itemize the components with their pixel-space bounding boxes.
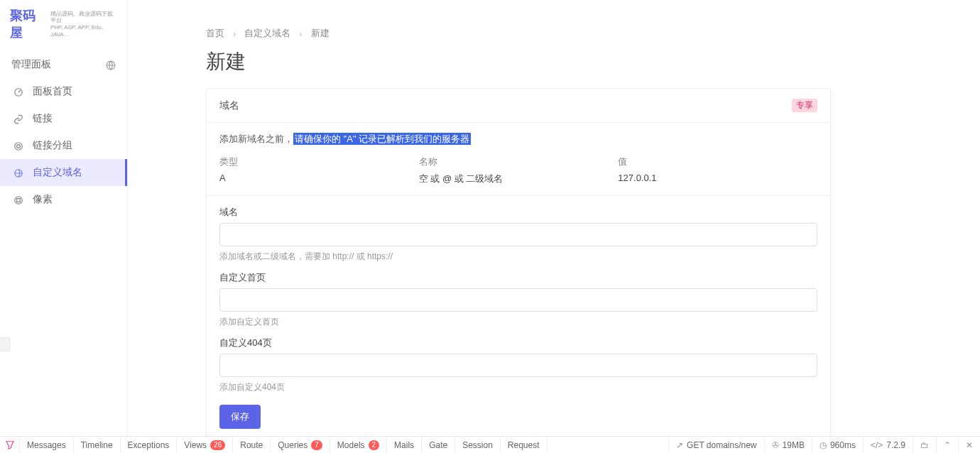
svg-point-5 xyxy=(15,197,23,204)
db-tab-mails[interactable]: Mails xyxy=(387,437,422,453)
db-tab-messages[interactable]: Messages xyxy=(20,437,74,453)
panel-title: 管理面板 xyxy=(11,58,51,71)
breadcrumb-current: 新建 xyxy=(311,27,330,40)
target-icon xyxy=(13,140,24,151)
col-header: 值 xyxy=(618,155,817,168)
sidebar-item-label: 像素 xyxy=(33,193,53,206)
db-tab-route[interactable]: Route xyxy=(233,437,271,453)
field-domain: 域名 添加域名或二级域名，需要加 http:// 或 https:// xyxy=(219,206,817,263)
col-value: A xyxy=(219,173,419,183)
custom-404-input[interactable] xyxy=(219,354,817,377)
clock-icon: ◷ xyxy=(820,440,827,450)
sidebar-item-label: 链接 xyxy=(33,112,53,125)
col-header: 名称 xyxy=(419,155,619,168)
save-button[interactable]: 保存 xyxy=(219,405,261,429)
db-tab-queries[interactable]: Queries7 xyxy=(271,437,330,453)
memory-icon: ✇ xyxy=(772,440,779,450)
field-label: 自定义首页 xyxy=(219,271,817,284)
chevron-up-icon: ⌃ xyxy=(944,440,951,450)
svg-point-2 xyxy=(15,143,23,151)
db-tab-gate[interactable]: Gate xyxy=(422,437,455,453)
badge: 7 xyxy=(311,440,322,450)
sidebar-item-links[interactable]: 链接 xyxy=(0,105,127,132)
breadcrumb-section[interactable]: 自定义域名 xyxy=(244,27,290,40)
form: 域名 添加域名或二级域名，需要加 http:// 或 https:// 自定义首… xyxy=(207,195,830,439)
field-help: 添加自定义404页 xyxy=(219,381,817,393)
grid-icon xyxy=(13,194,24,205)
main: 首页 › 自定义域名 › 新建 新建 域名 专享 添加新域名之前，请确保你的 "… xyxy=(128,0,980,453)
sidebar-item-domains[interactable]: 自定义域名 xyxy=(0,159,127,186)
notice-highlight: 请确保你的 "A" 记录已解析到我们的服务器 xyxy=(293,133,471,145)
card-title: 域名 xyxy=(219,99,239,112)
sidebar-item-link-groups[interactable]: 链接分组 xyxy=(0,132,127,159)
laravel-icon[interactable] xyxy=(0,437,20,453)
share-icon: ↗ xyxy=(676,440,683,450)
svg-point-3 xyxy=(17,145,21,148)
col-type: 类型 A xyxy=(219,155,419,185)
sidebar-item-pixels[interactable]: 像素 xyxy=(0,186,127,213)
col-name: 名称 空 或 @ 或 二级域名 xyxy=(419,155,619,185)
db-php[interactable]: </>7.2.9 xyxy=(863,437,913,453)
sidebar-nav: 面板首页 链接 链接分组 自定义域名 像素 xyxy=(0,78,127,453)
breadcrumb-home[interactable]: 首页 xyxy=(206,27,224,40)
db-tab-views[interactable]: Views26 xyxy=(177,437,233,453)
db-time[interactable]: ◷960ms xyxy=(812,437,863,453)
notice-prefix: 添加新域名之前， xyxy=(219,133,293,144)
gauge-icon xyxy=(13,86,24,97)
db-folder[interactable]: 🗀 xyxy=(913,437,936,453)
dns-info: 添加新域名之前，请确保你的 "A" 记录已解析到我们的服务器 类型 A 名称 空… xyxy=(207,122,830,195)
db-tab-session[interactable]: Session xyxy=(455,437,501,453)
field-help: 添加自定义首页 xyxy=(219,316,817,328)
db-route[interactable]: ↗GET domains/new xyxy=(668,437,764,453)
field-index: 自定义首页 添加自定义首页 xyxy=(219,271,817,328)
panel-header: 管理面板 xyxy=(0,48,127,78)
domain-input[interactable] xyxy=(219,223,817,246)
col-value: 127.0.0.1 xyxy=(618,173,817,183)
badge: 26 xyxy=(210,440,225,450)
sidebar-item-label: 自定义域名 xyxy=(33,166,82,179)
col-value: 空 或 @ 或 二级域名 xyxy=(419,173,619,185)
db-close[interactable]: ✕ xyxy=(958,437,980,453)
sidebar-item-label: 链接分组 xyxy=(33,139,72,152)
field-404: 自定义404页 添加自定义404页 xyxy=(219,337,817,393)
brand-name: 聚码屋 xyxy=(10,7,45,41)
db-tab-timeline[interactable]: Timeline xyxy=(74,437,121,453)
page-title: 新建 xyxy=(206,45,831,88)
debugbar: Messages Timeline Exceptions Views26 Rou… xyxy=(0,436,980,453)
sidebar-item-dashboard[interactable]: 面板首页 xyxy=(0,78,127,105)
col-header: 类型 xyxy=(219,155,419,168)
db-tab-exceptions[interactable]: Exceptions xyxy=(121,437,178,453)
field-label: 自定义404页 xyxy=(219,337,817,349)
notice: 添加新域名之前，请确保你的 "A" 记录已解析到我们的服务器 xyxy=(219,133,817,146)
brand[interactable]: 聚码屋 精品源码、商业源码下载平台 PHP, ASP, APP, Edu, JA… xyxy=(0,0,127,48)
dns-table: 类型 A 名称 空 或 @ 或 二级域名 值 127.0.0.1 xyxy=(219,155,817,185)
link-icon xyxy=(13,113,24,124)
card: 域名 专享 添加新域名之前，请确保你的 "A" 记录已解析到我们的服务器 类型 … xyxy=(206,88,831,440)
card-header: 域名 专享 xyxy=(207,89,830,122)
code-icon: </> xyxy=(871,440,883,450)
breadcrumb: 首页 › 自定义域名 › 新建 xyxy=(206,17,831,45)
folder-icon: 🗀 xyxy=(920,440,929,450)
field-label: 域名 xyxy=(219,206,817,219)
db-memory[interactable]: ✇19MB xyxy=(764,437,812,453)
globe-icon xyxy=(13,167,24,178)
sidebar: 聚码屋 精品源码、商业源码下载平台 PHP, ASP, APP, Edu, JA… xyxy=(0,0,128,453)
globe-icon[interactable] xyxy=(106,59,116,70)
pro-badge: 专享 xyxy=(792,99,817,112)
brand-tagline: 精品源码、商业源码下载平台 PHP, ASP, APP, Edu, JAVA… xyxy=(50,11,117,38)
sidebar-item-label: 面板首页 xyxy=(33,85,72,98)
badge: 2 xyxy=(369,440,380,450)
chevron-right-icon: › xyxy=(299,28,302,39)
db-tab-request[interactable]: Request xyxy=(501,437,548,453)
col-value-col: 值 127.0.0.1 xyxy=(618,155,817,185)
sidebar-collapse-handle[interactable] xyxy=(0,337,10,351)
chevron-right-icon: › xyxy=(233,28,236,39)
field-help: 添加域名或二级域名，需要加 http:// 或 https:// xyxy=(219,251,817,263)
custom-index-input[interactable] xyxy=(219,288,817,312)
db-up[interactable]: ⌃ xyxy=(936,437,958,453)
db-tab-models[interactable]: Models2 xyxy=(330,437,387,453)
close-icon: ✕ xyxy=(966,440,973,450)
